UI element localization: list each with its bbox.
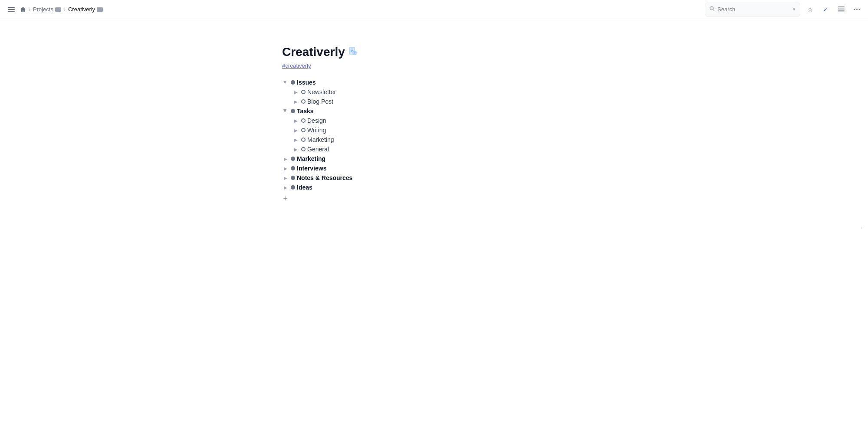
chevron-design: ▶ — [293, 117, 299, 124]
svg-rect-7 — [838, 10, 845, 11]
svg-point-3 — [710, 7, 713, 10]
chevron-writing: ▶ — [293, 127, 299, 134]
breadcrumb-area: › Projects › Creativerly — [5, 3, 103, 16]
label-notes-resources: Notes & Resources — [297, 174, 352, 181]
tasks-children: ▶ Design ▶ Writing ▶ Marketing ▶ — [282, 116, 586, 154]
breadcrumb-home[interactable] — [20, 7, 26, 13]
breadcrumb-projects-label: Projects — [33, 6, 53, 13]
page-title-icon — [349, 47, 357, 58]
creativerly-badge — [97, 7, 103, 12]
tree-item-marketing-sub[interactable]: ▶ Marketing — [293, 135, 586, 144]
dot-marketing — [291, 157, 295, 161]
page-title: Creativerly — [282, 45, 345, 59]
svg-point-9 — [856, 9, 858, 10]
issues-children: ▶ Newsletter ▶ Blog Post — [282, 87, 586, 106]
tree-item-blog-post[interactable]: ▶ Blog Post — [293, 97, 586, 106]
tree-item-ideas[interactable]: ▶ Ideas — [282, 183, 586, 192]
search-input[interactable] — [717, 6, 790, 13]
svg-rect-1 — [8, 9, 15, 10]
tree-item-general[interactable]: ▶ General — [293, 144, 586, 154]
label-blog-post: Blog Post — [307, 98, 333, 105]
dot-ideas — [291, 185, 295, 190]
menu-button[interactable] — [5, 3, 17, 16]
tree-item-tasks[interactable]: ▶ Tasks — [282, 106, 586, 116]
label-writing: Writing — [307, 127, 326, 134]
svg-rect-15 — [353, 51, 356, 55]
topnav-actions: ▾ ☆ ✓ — [705, 3, 863, 16]
dot-issues — [291, 80, 295, 85]
add-icon: + — [283, 194, 288, 203]
svg-point-10 — [858, 9, 860, 10]
tree-item-design[interactable]: ▶ Design — [293, 116, 586, 125]
tree-item-newsletter[interactable]: ▶ Newsletter — [293, 87, 586, 97]
svg-rect-2 — [8, 11, 15, 12]
svg-rect-5 — [838, 7, 845, 7]
search-bar[interactable]: ▾ — [705, 3, 800, 16]
chevron-tasks: ▶ — [282, 108, 289, 115]
label-tasks: Tasks — [297, 108, 314, 115]
label-marketing: Marketing — [297, 155, 326, 162]
dot-writing — [301, 128, 306, 132]
chevron-marketing: ▶ — [282, 155, 289, 162]
page-content: Creativerly #creativerly ▶ — [282, 45, 586, 205]
chevron-issues: ▶ — [282, 79, 289, 86]
check-button[interactable]: ✓ — [819, 3, 832, 16]
chevron-newsletter: ▶ — [293, 88, 299, 95]
label-ideas: Ideas — [297, 184, 312, 191]
tree-item-issues[interactable]: ▶ Issues — [282, 78, 586, 87]
chevron-notes-resources: ▶ — [282, 174, 289, 181]
dot-blog-post — [301, 99, 306, 104]
chevron-interviews: ▶ — [282, 165, 289, 172]
dot-general — [301, 147, 306, 151]
chevron-marketing-sub: ▶ — [293, 136, 299, 143]
more-button[interactable] — [851, 3, 863, 16]
breadcrumb-projects[interactable]: Projects — [33, 6, 61, 13]
dot-marketing-sub — [301, 138, 306, 142]
dot-design — [301, 118, 306, 123]
dot-interviews — [291, 166, 295, 170]
search-icon — [710, 6, 715, 13]
breadcrumb-sep-1: › — [29, 7, 30, 13]
label-newsletter: Newsletter — [307, 88, 336, 95]
label-interviews: Interviews — [297, 165, 326, 172]
tree: ▶ Issues ▶ Newsletter ▶ Blog Post ▶ — [282, 78, 586, 205]
svg-point-8 — [854, 9, 855, 10]
page-hashtag[interactable]: #creativerly — [282, 62, 586, 69]
top-navigation: › Projects › Creativerly ▾ ☆ ✓ — [0, 0, 868, 19]
right-panel-arrow[interactable]: ← — [858, 221, 868, 234]
page-title-row: Creativerly — [282, 45, 586, 59]
dot-notes-resources — [291, 176, 295, 180]
label-marketing-sub: Marketing — [307, 136, 334, 143]
tree-item-writing[interactable]: ▶ Writing — [293, 125, 586, 135]
dot-tasks — [291, 109, 295, 113]
search-dropdown-icon[interactable]: ▾ — [793, 7, 796, 12]
projects-badge — [55, 7, 61, 12]
breadcrumb-creativerly-label: Creativerly — [68, 6, 95, 13]
chevron-ideas: ▶ — [282, 184, 289, 191]
tree-item-interviews[interactable]: ▶ Interviews — [282, 164, 586, 173]
tree-item-notes-resources[interactable]: ▶ Notes & Resources — [282, 173, 586, 183]
breadcrumb-sep-2: › — [64, 7, 66, 13]
breadcrumb-creativerly[interactable]: Creativerly — [68, 6, 103, 13]
list-view-button[interactable] — [835, 3, 847, 16]
chevron-general: ▶ — [293, 146, 299, 153]
dot-newsletter — [301, 90, 306, 94]
svg-rect-0 — [8, 7, 15, 8]
star-button[interactable]: ☆ — [804, 3, 816, 16]
label-general: General — [307, 146, 329, 153]
svg-rect-6 — [838, 9, 845, 10]
chevron-blog-post: ▶ — [293, 98, 299, 105]
tree-item-marketing[interactable]: ▶ Marketing — [282, 154, 586, 164]
label-issues: Issues — [297, 79, 316, 86]
label-design: Design — [307, 117, 326, 124]
main-content: Creativerly #creativerly ▶ — [0, 19, 868, 205]
add-item-button[interactable]: + — [283, 193, 586, 205]
svg-line-4 — [713, 10, 714, 11]
